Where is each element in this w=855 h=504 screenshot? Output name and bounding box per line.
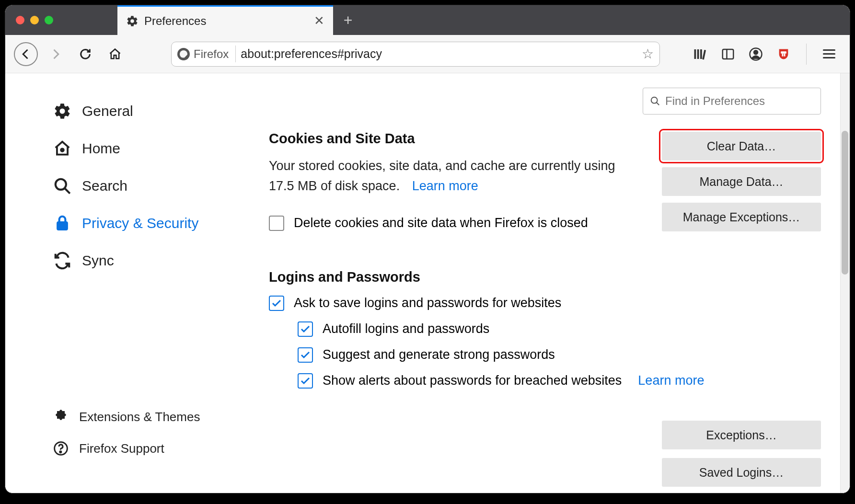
sidebar-item-label: Sync (82, 252, 114, 269)
ublock-icon[interactable] (776, 47, 791, 61)
url-bar[interactable]: Firefox about:preferences#privacy ☆ (171, 42, 660, 67)
logins-heading: Logins and Passwords (269, 269, 821, 285)
svg-rect-1 (697, 49, 699, 59)
ask-save-row: Ask to save logins and passwords for web… (269, 296, 821, 311)
svg-rect-10 (784, 53, 785, 56)
account-icon[interactable] (749, 47, 763, 61)
suggest-label: Suggest and generate strong passwords (323, 347, 555, 362)
svg-point-11 (61, 149, 64, 151)
autofill-row: Autofill logins and passwords (298, 321, 821, 337)
bookmark-star-icon[interactable]: ☆ (642, 46, 654, 62)
svg-line-13 (65, 188, 70, 194)
content-area: General Home Search Privacy & Security (5, 73, 850, 493)
cookies-buttons: Clear Data… Manage Data… Manage Exceptio… (662, 132, 821, 231)
firefox-icon (177, 48, 190, 60)
logins-exceptions-button[interactable]: Exceptions… (662, 421, 821, 449)
clear-data-button[interactable]: Clear Data… (662, 132, 821, 160)
gear-icon (126, 15, 139, 27)
svg-rect-0 (694, 49, 696, 59)
puzzle-icon (53, 409, 69, 424)
alerts-checkbox[interactable] (298, 373, 313, 389)
svg-rect-4 (722, 49, 733, 59)
titlebar: Preferences ✕ + (5, 5, 850, 35)
sidebar-item-label: General (82, 103, 133, 119)
search-icon (53, 177, 71, 195)
alerts-learn-more-link[interactable]: Learn more (638, 373, 704, 388)
toolbar-right (693, 44, 842, 65)
suggest-row: Suggest and generate strong passwords (298, 347, 821, 363)
svg-point-17 (651, 97, 658, 103)
reload-button[interactable] (73, 42, 97, 66)
menu-button[interactable] (822, 47, 836, 61)
home-icon (53, 139, 71, 158)
alerts-label: Show alerts about passwords for breached… (323, 373, 622, 388)
sidebar-item-label: Firefox Support (79, 441, 164, 456)
autofill-label: Autofill logins and passwords (323, 321, 489, 336)
ask-save-checkbox[interactable] (269, 296, 284, 311)
sidebar-item-general[interactable]: General (53, 92, 235, 130)
browser-window: Preferences ✕ + Firefox about:preference… (5, 5, 850, 493)
toolbar: Firefox about:preferences#privacy ☆ (5, 35, 850, 73)
svg-rect-9 (782, 53, 783, 56)
forward-button[interactable] (44, 42, 68, 66)
library-icon[interactable] (693, 47, 707, 61)
scrollbar-thumb[interactable] (842, 131, 848, 275)
sidebar-item-support[interactable]: Firefox Support (53, 433, 235, 464)
help-icon (53, 441, 69, 456)
identity-label: Firefox (194, 47, 229, 61)
sidebar-bottom: Extensions & Themes Firefox Support (53, 401, 235, 479)
svg-line-18 (657, 103, 659, 105)
home-button[interactable] (103, 42, 127, 66)
sidebar-item-label: Privacy & Security (82, 215, 198, 231)
search-preferences-input[interactable] (665, 94, 814, 108)
delete-on-close-label: Delete cookies and site data when Firefo… (294, 216, 588, 230)
autofill-checkbox[interactable] (298, 321, 313, 337)
preferences-sidebar: General Home Search Privacy & Security (5, 73, 235, 493)
tab-title: Preferences (144, 14, 308, 28)
back-button[interactable] (14, 42, 38, 66)
svg-point-12 (56, 179, 66, 190)
cookies-description: Your stored cookies, site data, and cach… (269, 156, 633, 196)
window-maximize-button[interactable] (45, 16, 53, 24)
delete-on-close-checkbox[interactable] (269, 216, 284, 231)
search-icon (650, 96, 660, 106)
url-text: about:preferences#privacy (241, 47, 637, 61)
ask-save-label: Ask to save logins and passwords for web… (294, 296, 561, 310)
search-preferences[interactable] (643, 88, 821, 115)
svg-rect-2 (700, 49, 702, 59)
svg-point-7 (754, 50, 758, 54)
logins-buttons: Exceptions… Saved Logins… (662, 421, 821, 487)
sidebar-item-label: Search (82, 178, 127, 194)
saved-logins-button[interactable]: Saved Logins… (662, 458, 821, 487)
window-minimize-button[interactable] (30, 16, 39, 24)
window-close-button[interactable] (16, 16, 24, 24)
sidebar-item-extensions[interactable]: Extensions & Themes (53, 401, 235, 433)
toolbar-separator (806, 44, 807, 65)
sidebar-item-sync[interactable]: Sync (53, 242, 235, 279)
alerts-row: Show alerts about passwords for breached… (298, 373, 821, 389)
plus-icon: + (344, 11, 353, 29)
svg-point-16 (60, 451, 61, 453)
hamburger-icon (823, 49, 835, 58)
svg-rect-8 (781, 51, 786, 54)
suggest-checkbox[interactable] (298, 347, 313, 363)
identity-chip[interactable]: Firefox (177, 46, 236, 62)
tab-preferences[interactable]: Preferences ✕ (117, 5, 333, 35)
cookies-learn-more-link[interactable]: Learn more (412, 179, 478, 193)
sidebar-item-privacy[interactable]: Privacy & Security (53, 205, 235, 242)
new-tab-button[interactable]: + (333, 5, 363, 35)
sidebar-toggle-icon[interactable] (721, 47, 735, 61)
sync-icon (53, 252, 71, 270)
manage-exceptions-button[interactable]: Manage Exceptions… (662, 203, 821, 231)
sidebar-item-label: Extensions & Themes (79, 410, 200, 424)
gear-icon (53, 102, 71, 120)
preferences-main: Cookies and Site Data Your stored cookie… (235, 73, 850, 493)
sidebar-item-home[interactable]: Home (53, 130, 235, 167)
manage-data-button[interactable]: Manage Data… (662, 167, 821, 196)
traffic-lights (5, 5, 65, 35)
scrollbar[interactable] (840, 73, 850, 493)
sidebar-item-search[interactable]: Search (53, 167, 235, 205)
svg-rect-14 (57, 222, 68, 230)
tab-close-button[interactable]: ✕ (314, 13, 324, 28)
lock-icon (53, 214, 71, 232)
